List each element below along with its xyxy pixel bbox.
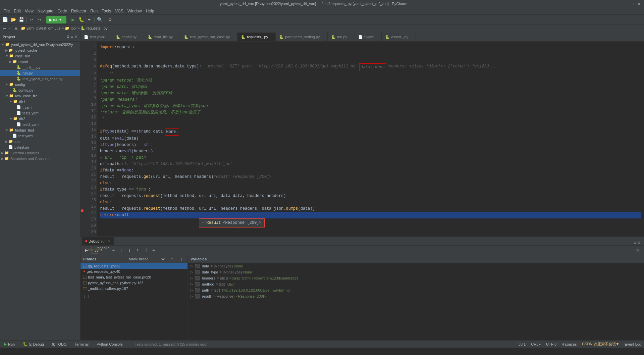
tree-test1-yaml[interactable]: 📄 test1.yaml bbox=[0, 110, 80, 116]
undo-btn[interactable]: ↩ bbox=[28, 16, 35, 23]
step-icon[interactable]: ⇩ bbox=[87, 294, 89, 299]
tree-tool[interactable]: ▶ 📁 tool bbox=[0, 139, 80, 144]
menu-run[interactable]: Run bbox=[88, 8, 100, 14]
tab-parameter[interactable]: 🐍 parameter_setting.py ✕ bbox=[276, 33, 327, 41]
status-debug-tab[interactable]: 🐛 5: Debug bbox=[21, 341, 45, 348]
debug-btn[interactable]: 🐛 bbox=[77, 16, 85, 23]
run-btn[interactable]: ▶ bbox=[69, 16, 77, 23]
step-into-my-code-btn[interactable]: ⇓ bbox=[126, 247, 133, 254]
layout-btn[interactable]: ⊞ bbox=[635, 247, 641, 254]
debug-popup[interactable]: + Result <Response [200]> bbox=[199, 218, 644, 227]
sidebar-gear-icon[interactable]: ⚙ bbox=[66, 35, 70, 39]
menu-tools[interactable]: Tools bbox=[100, 8, 113, 14]
expand-icon[interactable]: ⊟ bbox=[638, 240, 640, 245]
run-config-btn[interactable]: ▶ run ▾ bbox=[46, 16, 66, 23]
tab-f-yaml[interactable]: 📄 f.yaml ✕ bbox=[355, 33, 382, 41]
sidebar-settings-icon[interactable]: ≡ bbox=[71, 35, 73, 39]
close-btn[interactable]: ✕ bbox=[637, 1, 641, 6]
tab-test-yaml[interactable]: 📄 test.yaml ✕ bbox=[80, 33, 112, 41]
minimize-btn[interactable]: ─ bbox=[625, 1, 629, 6]
menu-refactor[interactable]: Refactor bbox=[69, 8, 88, 14]
menu-vcs[interactable]: VCS bbox=[113, 8, 125, 14]
code-editor[interactable]: 1 2 3 4 5 6 7 8 9 10 11 12 13 14 15 16 1… bbox=[80, 42, 644, 236]
thread-selector[interactable]: MainThread bbox=[126, 256, 166, 262]
save-btn[interactable]: 💾 bbox=[17, 16, 25, 23]
tree-fastapi[interactable]: ▼ 📁 fastapi_test bbox=[0, 127, 80, 133]
tree-config[interactable]: ▼ 📁 config bbox=[0, 82, 80, 87]
var-data-type[interactable]: ▷ ⬛ data_type = {NoneType} None bbox=[188, 269, 644, 275]
tree-case-run[interactable]: ▼ 📁 case_run bbox=[0, 53, 80, 59]
run-to-cursor-btn[interactable]: →| bbox=[142, 247, 149, 254]
step-down-icon[interactable]: ↓ bbox=[83, 294, 86, 299]
tree-root[interactable]: ▼ 📁 yaml_pytest_drf_vue D:\python2022\y bbox=[0, 42, 80, 47]
code-line-9: :param headers: bbox=[100, 97, 641, 103]
code-line-27: return result bbox=[100, 212, 641, 218]
tree-config-py[interactable]: 🐍 config.py bbox=[0, 87, 80, 93]
tree-pytest-cache[interactable]: ▶ 📁 .pytest_cache bbox=[0, 47, 80, 53]
status-python-console-tab[interactable]: Python Console bbox=[95, 341, 124, 348]
console-tab[interactable]: Console ↔ bbox=[99, 247, 106, 254]
menu-navigate[interactable]: Navigate bbox=[36, 8, 55, 14]
btab-debug[interactable]: Debug: run ✕ bbox=[82, 237, 114, 245]
step-into-btn[interactable]: ↓ bbox=[118, 247, 125, 254]
tab-config-py[interactable]: 🐍 config.py ✕ bbox=[112, 33, 144, 41]
menu-view[interactable]: View bbox=[23, 8, 36, 14]
var-result-expand-icon[interactable]: ▷ bbox=[191, 295, 193, 298]
tree-raw-case[interactable]: ▼ 📁 raw_case_file bbox=[0, 93, 80, 99]
tree-test2-yaml[interactable]: 📄 test2.yaml bbox=[0, 121, 80, 127]
frame-up-btn[interactable]: ↑ bbox=[169, 256, 175, 262]
frame-qq[interactable]: ⬚ qq, requests_.py:33 bbox=[80, 263, 187, 269]
menu-help[interactable]: Help bbox=[144, 8, 156, 14]
search-btn[interactable]: 🔍 bbox=[96, 16, 103, 23]
new-file-btn[interactable]: 📄 bbox=[1, 16, 9, 23]
frame-get[interactable]: ● get, requests_.py:40 bbox=[80, 269, 187, 274]
tree-pytest-ini[interactable]: 📄 pytest.ini bbox=[0, 144, 80, 150]
open-btn[interactable]: 📂 bbox=[9, 16, 17, 23]
var-method[interactable]: ▷ ⬛ method = {str} 'GET' bbox=[188, 281, 644, 287]
tree-scratches[interactable]: ▶ 📁 Scratches and Consoles bbox=[0, 156, 80, 161]
tree-report[interactable]: ▶ 📁 report bbox=[0, 59, 80, 64]
tree-ext-libs[interactable]: ▶ 📁 External Libraries bbox=[0, 150, 80, 156]
code-content[interactable]: import requests def qq(method, path,data… bbox=[97, 42, 644, 236]
tree-test-yaml[interactable]: 📄 test.yaml bbox=[0, 133, 80, 139]
frame-multicall[interactable]: ⬚ _multicall, callers.py:187 bbox=[80, 286, 187, 291]
tree-dir2[interactable]: ▼ 📁 dir2 bbox=[0, 116, 80, 121]
step-over-btn[interactable]: ↷ bbox=[110, 247, 117, 254]
tab-assert[interactable]: 🐍 assert_.py ✕ bbox=[382, 33, 416, 41]
step-out-btn[interactable]: ↑ bbox=[134, 247, 141, 254]
menu-file[interactable]: File bbox=[1, 8, 12, 14]
tab-test-run-case[interactable]: 🐍 test_pytest_run_case.py ✕ bbox=[180, 33, 237, 41]
menu-code[interactable]: Code bbox=[55, 8, 69, 14]
var-data[interactable]: ▷ ⬛ data = {NoneType} None bbox=[188, 263, 644, 269]
var-result[interactable]: ▷ ⬛ result = {Response} <Response [200]> bbox=[188, 293, 644, 299]
tree-dir1[interactable]: ▼ 📁 dir1 bbox=[0, 99, 80, 104]
gear-icon[interactable]: ⚙ bbox=[634, 240, 636, 245]
menu-edit[interactable]: Edit bbox=[12, 8, 23, 14]
frame-test-main[interactable]: ⬚ test_main, test_pytest_run_case.py:20 bbox=[80, 274, 187, 280]
var-headers[interactable]: ▷ ⬛ headers = {dict} <class 'dict'>: {'t… bbox=[188, 275, 644, 281]
maximize-btn[interactable]: □ bbox=[631, 1, 635, 6]
tab-read-file[interactable]: 🐍 read_file.py ✕ bbox=[144, 33, 180, 41]
tree-t-yaml[interactable]: 📄 t.yaml bbox=[0, 104, 80, 110]
redo-btn[interactable]: ↪ bbox=[36, 16, 43, 23]
status-run-tab[interactable]: ▶ Run bbox=[3, 341, 16, 348]
var-path[interactable]: ▷ ⬛ path = {str} 'http://192.168.0.102:8… bbox=[188, 287, 644, 293]
event-log-label[interactable]: Event Log bbox=[625, 342, 641, 346]
expand-popup-icon[interactable]: + bbox=[202, 220, 204, 226]
frame-pyfunc[interactable]: ⬚ pytest_pyfunc_call, python.py:183 bbox=[80, 280, 187, 286]
var-headers-expand-icon[interactable]: ▷ bbox=[191, 276, 193, 280]
debug-close-icon[interactable]: ✕ bbox=[108, 240, 110, 243]
tab-requests[interactable]: 🐍 requests_.py ✕ bbox=[237, 33, 276, 41]
status-todo-tab[interactable]: 6: TODO bbox=[51, 341, 68, 348]
coverage-btn[interactable]: ☂ bbox=[86, 16, 93, 23]
frame-down-btn[interactable]: ↓ bbox=[178, 256, 185, 262]
sidebar-close-icon[interactable]: ✕ bbox=[74, 35, 77, 39]
settings-btn[interactable]: ⚙ bbox=[106, 16, 114, 23]
evaluate-btn[interactable]: ≡ bbox=[150, 247, 157, 254]
tree-init-py[interactable]: 🐍 __init__.py bbox=[0, 64, 80, 70]
tree-run-py[interactable]: 🐍 run.py bbox=[0, 70, 80, 76]
menu-window[interactable]: Window bbox=[125, 8, 144, 14]
tree-test-run-case[interactable]: 🐍 test_pytest_run_case.py bbox=[0, 76, 80, 82]
status-terminal-tab[interactable]: Terminal bbox=[73, 341, 90, 348]
tab-run-py[interactable]: 🐍 run.py ✕ bbox=[328, 33, 355, 41]
